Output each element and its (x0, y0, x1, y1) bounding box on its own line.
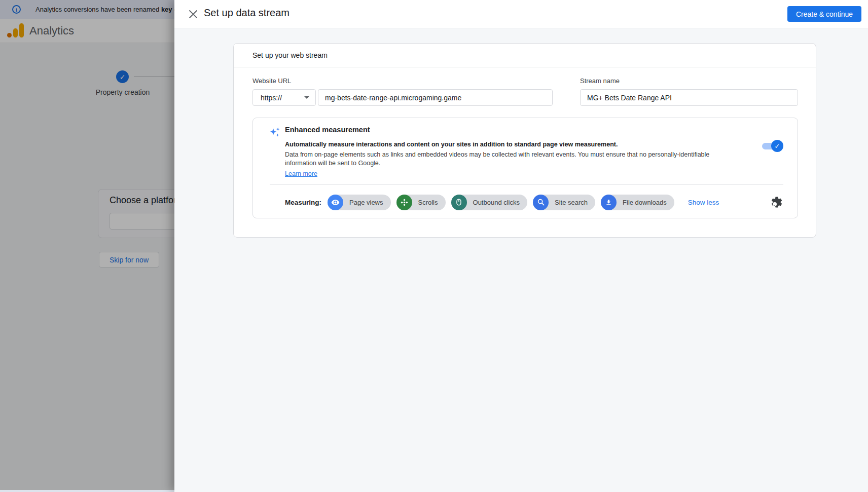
bottom-edge-strip (0, 490, 174, 492)
chip-page-views[interactable]: Page views (328, 195, 390, 210)
dialog-title: Set up data stream (204, 7, 290, 19)
chip-label: Outbound clicks (467, 199, 528, 206)
divider (270, 184, 783, 185)
web-stream-card: Set up your web stream Website URL https… (233, 43, 816, 238)
eye-icon (328, 195, 343, 210)
chip-label: Scrolls (412, 199, 446, 206)
stream-form-row: Website URL https:// Stream name (252, 77, 797, 106)
chip-label: Page views (343, 199, 390, 206)
chip-site-search[interactable]: Site search (533, 195, 595, 210)
search-icon (533, 195, 549, 210)
chip-label: File downloads (617, 199, 674, 206)
chevron-down-icon (304, 96, 309, 99)
toggle-check-icon: ✓ (771, 140, 783, 152)
enhanced-measurement-toggle[interactable]: ✓ (762, 140, 783, 152)
chip-scrolls[interactable]: Scrolls (396, 195, 446, 210)
enhanced-measurement-panel: Enhanced measurement Automatically measu… (252, 118, 798, 218)
website-url-group: Website URL https:// (252, 77, 553, 106)
download-icon (601, 195, 617, 210)
learn-more-link[interactable]: Learn more (285, 170, 317, 177)
web-stream-card-heading: Set up your web stream (234, 44, 816, 67)
gear-icon[interactable] (770, 196, 783, 209)
dialog-header: Set up data stream Create & continue (174, 0, 868, 28)
stream-name-group: Stream name (580, 77, 798, 106)
modal-scrim[interactable] (0, 0, 174, 492)
setup-data-stream-dialog: Set up data stream Create & continue Set… (174, 0, 868, 492)
enhanced-measurement-desc-1: Automatically measure interactions and c… (285, 140, 738, 149)
stream-name-input[interactable] (580, 89, 798, 106)
enhanced-measurement-desc-2: Data from on-page elements such as links… (285, 150, 738, 168)
enhanced-measurement-title: Enhanced measurement (285, 126, 738, 134)
create-continue-button[interactable]: Create & continue (787, 6, 861, 22)
chip-file-downloads[interactable]: File downloads (601, 195, 674, 210)
sparkle-icon (269, 126, 281, 138)
measuring-label: Measuring: (285, 199, 321, 206)
website-url-label: Website URL (252, 77, 553, 85)
mouse-icon (451, 195, 467, 210)
website-url-input[interactable] (318, 89, 553, 106)
chip-outbound-clicks[interactable]: Outbound clicks (451, 195, 528, 210)
stream-name-label: Stream name (580, 77, 798, 85)
show-less-link[interactable]: Show less (688, 199, 719, 206)
protocol-select[interactable]: https:// (252, 89, 316, 106)
close-icon[interactable] (188, 9, 199, 20)
chip-label: Site search (549, 199, 595, 206)
background-page: i Analytics conversions have been rename… (0, 0, 174, 492)
scroll-icon (396, 195, 412, 210)
web-stream-card-body: Website URL https:// Stream name (234, 67, 816, 237)
protocol-select-value: https:// (261, 94, 282, 102)
measuring-row: Measuring: Page views Scrolls (285, 195, 783, 210)
